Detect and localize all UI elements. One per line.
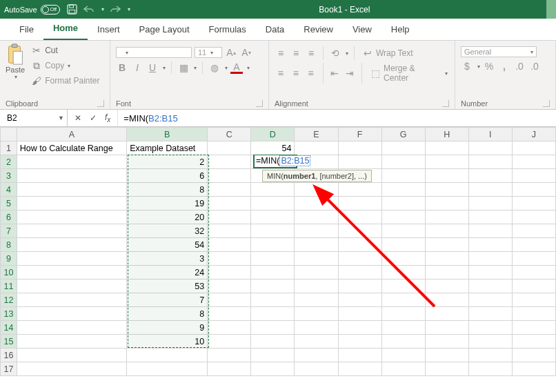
cell[interactable] [251, 362, 295, 376]
row-14[interactable]: 14 [1, 321, 17, 335]
cell[interactable] [512, 197, 555, 210]
cell[interactable] [251, 183, 295, 197]
cell[interactable] [17, 224, 126, 238]
cell[interactable] [381, 280, 425, 293]
cell[interactable] [338, 293, 381, 307]
col-I[interactable]: I [468, 128, 512, 141]
cell[interactable] [425, 321, 468, 335]
row-1[interactable]: 1 [1, 141, 17, 155]
cell[interactable] [251, 321, 295, 335]
decrease-indent-icon[interactable]: ⇤ [329, 67, 341, 79]
cell[interactable] [208, 169, 251, 183]
cell[interactable] [208, 197, 251, 210]
name-box[interactable]: B2 ▼ [0, 110, 68, 126]
cell[interactable] [381, 169, 425, 183]
cell[interactable] [512, 280, 555, 293]
cell[interactable] [251, 155, 295, 169]
cell[interactable] [17, 169, 126, 183]
cell[interactable] [295, 141, 338, 155]
cell[interactable] [338, 252, 381, 266]
cell[interactable] [295, 321, 338, 335]
cell[interactable] [251, 169, 295, 183]
cell[interactable] [17, 197, 126, 210]
cell[interactable] [425, 362, 468, 376]
tab-home[interactable]: Home [43, 19, 88, 40]
cell[interactable] [512, 266, 555, 280]
autosave-control[interactable]: AutoSave Off [4, 5, 60, 14]
merge-center-button[interactable]: ⬚ Merge & Center ▾ [368, 63, 449, 84]
cell[interactable] [468, 293, 512, 307]
fx-icon[interactable]: fx [105, 112, 110, 124]
cell[interactable] [17, 349, 126, 362]
cell[interactable] [295, 238, 338, 252]
cell[interactable] [425, 335, 468, 349]
cell[interactable] [381, 293, 425, 307]
cell[interactable] [381, 252, 425, 266]
format-painter-button[interactable]: 🖌 Format Painter [29, 74, 101, 88]
col-D[interactable]: D [251, 128, 295, 141]
cell[interactable] [338, 307, 381, 321]
cell[interactable] [17, 335, 126, 349]
cell[interactable] [208, 362, 251, 376]
cell[interactable] [381, 266, 425, 280]
col-B[interactable]: B [127, 128, 208, 141]
cell[interactable] [468, 362, 512, 376]
cell[interactable] [381, 349, 425, 362]
alignment-launcher-icon[interactable] [442, 100, 449, 107]
cell[interactable] [468, 183, 512, 197]
cell[interactable] [425, 141, 468, 155]
cell[interactable] [208, 335, 251, 349]
cell[interactable]: 20 [127, 210, 208, 224]
cell[interactable] [468, 155, 512, 169]
cell[interactable] [425, 293, 468, 307]
autosave-toggle[interactable]: Off [41, 5, 60, 14]
cell[interactable] [338, 238, 381, 252]
font-launcher-icon[interactable] [256, 100, 263, 107]
cell[interactable] [208, 280, 251, 293]
cell[interactable] [208, 141, 251, 155]
cell[interactable] [468, 169, 512, 183]
cell[interactable] [251, 197, 295, 210]
cell[interactable] [468, 307, 512, 321]
cell[interactable] [17, 252, 126, 266]
row-10[interactable]: 10 [1, 266, 17, 280]
cell[interactable] [338, 224, 381, 238]
paste-button[interactable]: Paste ▾ [6, 43, 25, 80]
cell[interactable] [381, 141, 425, 155]
cell[interactable]: 7 [127, 293, 208, 307]
undo-caret-icon[interactable]: ▾ [101, 6, 104, 12]
cell[interactable] [425, 183, 468, 197]
cell[interactable] [338, 335, 381, 349]
cell[interactable] [381, 210, 425, 224]
cell[interactable] [512, 252, 555, 266]
bold-button[interactable]: B [116, 61, 128, 74]
align-middle-icon[interactable]: ≡ [290, 47, 302, 59]
fontcolor-caret-icon[interactable]: ▾ [247, 65, 250, 71]
cell[interactable]: 2 [127, 155, 208, 169]
cell[interactable] [468, 335, 512, 349]
cancel-formula-icon[interactable]: ✕ [75, 113, 81, 123]
cell[interactable] [208, 252, 251, 266]
percent-button[interactable]: % [483, 60, 495, 72]
cell[interactable] [338, 169, 381, 183]
font-name-select[interactable]: ▾ [116, 47, 192, 58]
enter-formula-icon[interactable]: ✓ [90, 113, 97, 123]
cell[interactable] [295, 307, 338, 321]
row-5[interactable]: 5 [1, 197, 17, 210]
cell[interactable]: Example Dataset [127, 141, 208, 155]
cell[interactable] [425, 224, 468, 238]
cell[interactable] [468, 252, 512, 266]
cell[interactable] [251, 266, 295, 280]
cell[interactable] [512, 293, 555, 307]
increase-font-icon[interactable]: A▴ [225, 46, 237, 59]
cell[interactable] [468, 197, 512, 210]
cell[interactable]: 10 [127, 335, 208, 349]
cell[interactable] [512, 210, 555, 224]
row-12[interactable]: 12 [1, 293, 17, 307]
cell[interactable] [338, 155, 381, 169]
fill-caret-icon[interactable]: ▾ [225, 65, 228, 71]
cell[interactable] [425, 210, 468, 224]
decrease-decimal-icon[interactable]: .0 [528, 60, 541, 72]
cell[interactable] [208, 238, 251, 252]
align-right-icon[interactable]: ≡ [305, 67, 317, 79]
